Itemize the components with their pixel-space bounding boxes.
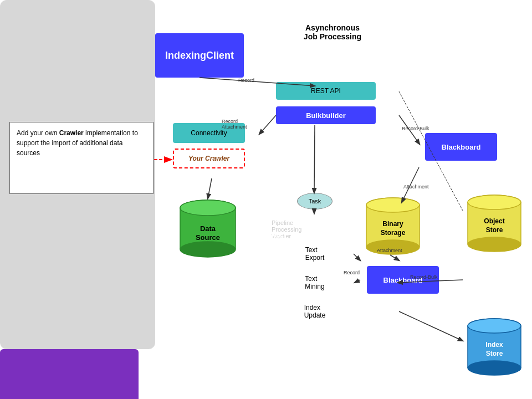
svg-point-12	[366, 240, 420, 254]
object-store-cylinder: Object Store	[463, 191, 526, 258]
blackboard-bot-label: Blackboard	[383, 276, 423, 284]
svg-line-47	[355, 280, 360, 283]
blackboard-bot-box: Blackboard	[367, 266, 439, 294]
task-oval: Task	[297, 193, 332, 209]
svg-text:Source: Source	[196, 233, 220, 242]
indexing-client-label: IndexingClient	[165, 50, 234, 62]
rest-api-box: REST API	[276, 82, 376, 100]
svg-text:Binary: Binary	[382, 220, 403, 228]
bulkbuilder-box: Bulkbuilder	[276, 106, 376, 124]
annotation-box: Add your own Crawler implementation to s…	[9, 122, 154, 194]
text-export-label: Text Export	[305, 246, 325, 262]
svg-text:Storage: Storage	[381, 229, 406, 237]
svg-text:Attachment: Attachment	[403, 184, 429, 190]
data-source-cylinder: Data Source	[175, 197, 241, 263]
svg-text:Store: Store	[486, 226, 503, 234]
svg-line-35	[259, 115, 276, 134]
svg-text:Store: Store	[486, 350, 503, 357]
svg-point-28	[468, 361, 521, 375]
osgi-rest-container: OSGi	[0, 349, 139, 399]
svg-line-52	[354, 254, 360, 260]
blackboard-top-label: Blackboard	[442, 143, 481, 151]
svg-line-51	[399, 311, 463, 341]
svg-point-5	[180, 200, 236, 216]
index-store-cylinder: Index Store	[463, 315, 526, 381]
text-mining-box: Text Mining	[276, 272, 354, 294]
blackboard-top-box: Blackboard	[425, 133, 497, 161]
index-update-box: Index Update	[276, 300, 354, 323]
svg-text:Record-Bulk: Record-Bulk	[402, 126, 429, 131]
svg-point-21	[468, 195, 521, 209]
rest-api-label: REST API	[311, 87, 341, 95]
svg-text:Index: Index	[485, 341, 503, 349]
svg-point-20	[468, 237, 521, 252]
task-label: Task	[309, 198, 321, 204]
indexing-client-box: IndexingClient	[155, 33, 244, 78]
index-update-label: Index Update	[304, 304, 326, 319]
bpel-label: BPEL	[272, 233, 288, 239]
svg-point-13	[366, 198, 420, 212]
crawler-label: Your Crawler	[188, 155, 229, 162]
text-export-box: Text Export	[276, 243, 354, 265]
crawler-box: Your Crawler	[173, 149, 245, 168]
connectivity-label: Connectivity	[191, 129, 227, 137]
bulkbuilder-label: Bulkbuilder	[306, 111, 346, 120]
text-mining-label: Text Mining	[305, 275, 324, 290]
connectivity-box: Connectivity	[173, 123, 245, 143]
async-title: Asynchronous Job Processing	[266, 23, 399, 41]
svg-line-41	[314, 125, 315, 193]
svg-point-29	[468, 319, 521, 333]
diagram: Asynchronous Job Processing IndexingClie…	[0, 0, 532, 399]
osgi-blackboard-bot-label: OSGi	[514, 2, 528, 8]
binary-storage-cylinder: Binary Storage	[361, 194, 425, 260]
svg-line-39	[399, 115, 420, 144]
annotation-text: Add your own Crawler implementation to s…	[17, 129, 138, 157]
svg-point-4	[180, 242, 236, 257]
svg-text:Record: Record	[238, 78, 254, 83]
svg-text:Object: Object	[484, 217, 504, 225]
svg-text:Data: Data	[200, 224, 216, 233]
svg-line-34	[208, 178, 212, 198]
